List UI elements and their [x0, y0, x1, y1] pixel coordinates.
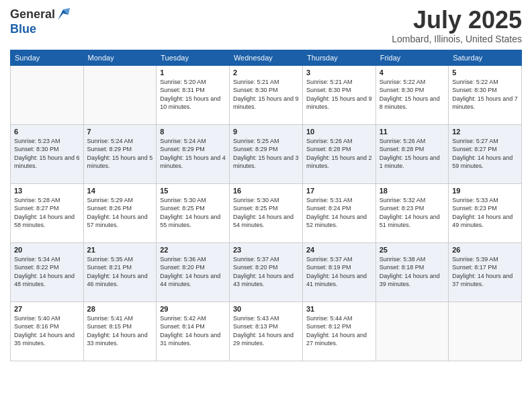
table-row: 22Sunrise: 5:36 AMSunset: 8:20 PMDayligh…	[157, 242, 230, 302]
daylight-text: Daylight: 14 hours and 41 minutes.	[306, 272, 372, 289]
sunset-text: Sunset: 8:28 PM	[306, 145, 372, 154]
table-row: 28Sunrise: 5:41 AMSunset: 8:15 PMDayligh…	[83, 302, 157, 361]
table-row: 29Sunrise: 5:42 AMSunset: 8:14 PMDayligh…	[157, 302, 230, 361]
daylight-text: Daylight: 14 hours and 52 minutes.	[306, 213, 372, 230]
sunset-text: Sunset: 8:24 PM	[306, 204, 372, 213]
sunrise-text: Sunrise: 5:24 AM	[160, 137, 226, 146]
table-row: 2Sunrise: 5:21 AMSunset: 8:30 PMDaylight…	[229, 65, 302, 124]
daylight-text: Daylight: 15 hours and 4 minutes.	[160, 154, 226, 171]
day-number: 27	[14, 305, 80, 313]
logo-general: General	[10, 8, 55, 21]
day-number: 30	[233, 305, 299, 313]
daylight-text: Daylight: 14 hours and 33 minutes.	[87, 331, 153, 348]
day-number: 8	[160, 128, 226, 136]
day-info: Sunrise: 5:41 AMSunset: 8:15 PMDaylight:…	[87, 314, 153, 348]
day-info: Sunrise: 5:28 AMSunset: 8:27 PMDaylight:…	[14, 196, 80, 230]
table-row	[11, 65, 84, 124]
day-number: 15	[160, 187, 226, 195]
day-number: 23	[233, 246, 299, 254]
daylight-text: Daylight: 14 hours and 39 minutes.	[380, 272, 445, 289]
table-row: 14Sunrise: 5:29 AMSunset: 8:26 PMDayligh…	[83, 183, 157, 242]
sunset-text: Sunset: 8:26 PM	[87, 204, 153, 213]
day-number: 22	[160, 246, 226, 254]
day-number: 31	[306, 305, 372, 313]
day-info: Sunrise: 5:40 AMSunset: 8:16 PMDaylight:…	[14, 314, 80, 348]
day-number: 6	[14, 128, 80, 136]
sunrise-text: Sunrise: 5:27 AM	[452, 137, 518, 146]
sunrise-text: Sunrise: 5:36 AM	[160, 255, 226, 264]
sunset-text: Sunset: 8:30 PM	[233, 86, 299, 95]
sunset-text: Sunset: 8:29 PM	[233, 145, 299, 154]
day-number: 29	[160, 305, 226, 313]
day-info: Sunrise: 5:27 AMSunset: 8:27 PMDaylight:…	[452, 137, 518, 171]
day-info: Sunrise: 5:20 AMSunset: 8:31 PMDaylight:…	[160, 78, 226, 111]
day-info: Sunrise: 5:37 AMSunset: 8:20 PMDaylight:…	[233, 255, 299, 289]
sunset-text: Sunset: 8:12 PM	[306, 322, 372, 331]
day-info: Sunrise: 5:22 AMSunset: 8:30 PMDaylight:…	[452, 78, 518, 111]
day-number: 13	[14, 187, 80, 195]
daylight-text: Daylight: 15 hours and 5 minutes.	[87, 154, 153, 171]
table-row: 24Sunrise: 5:37 AMSunset: 8:19 PMDayligh…	[302, 242, 375, 302]
sunset-text: Sunset: 8:20 PM	[233, 263, 299, 272]
day-info: Sunrise: 5:44 AMSunset: 8:12 PMDaylight:…	[306, 314, 372, 348]
table-row: 1Sunrise: 5:20 AMSunset: 8:31 PMDaylight…	[157, 65, 230, 124]
daylight-text: Daylight: 15 hours and 1 minute.	[380, 154, 445, 171]
day-info: Sunrise: 5:21 AMSunset: 8:30 PMDaylight:…	[306, 78, 372, 111]
sunset-text: Sunset: 8:29 PM	[87, 145, 153, 154]
header: General Blue July 2025 Lombard, Illinois…	[10, 7, 522, 44]
sunset-text: Sunset: 8:31 PM	[160, 86, 226, 95]
day-info: Sunrise: 5:43 AMSunset: 8:13 PMDaylight:…	[233, 314, 299, 348]
col-sunday: Sunday	[11, 50, 84, 65]
table-row: 19Sunrise: 5:33 AMSunset: 8:23 PMDayligh…	[449, 183, 522, 242]
sunrise-text: Sunrise: 5:42 AM	[160, 314, 226, 323]
sunrise-text: Sunrise: 5:20 AM	[160, 78, 226, 87]
sunset-text: Sunset: 8:25 PM	[160, 204, 226, 213]
day-number: 24	[306, 246, 372, 254]
sunrise-text: Sunrise: 5:29 AM	[87, 196, 153, 205]
sunrise-text: Sunrise: 5:22 AM	[452, 78, 518, 87]
sunset-text: Sunset: 8:15 PM	[87, 322, 153, 331]
day-info: Sunrise: 5:32 AMSunset: 8:23 PMDaylight:…	[380, 196, 445, 230]
col-tuesday: Tuesday	[157, 50, 230, 65]
sunset-text: Sunset: 8:27 PM	[14, 204, 80, 213]
day-number: 10	[306, 128, 372, 136]
day-info: Sunrise: 5:42 AMSunset: 8:14 PMDaylight:…	[160, 314, 226, 348]
sunrise-text: Sunrise: 5:28 AM	[14, 196, 80, 205]
table-row: 13Sunrise: 5:28 AMSunset: 8:27 PMDayligh…	[11, 183, 84, 242]
sunset-text: Sunset: 8:29 PM	[160, 145, 226, 154]
calendar-week-row: 1Sunrise: 5:20 AMSunset: 8:31 PMDaylight…	[11, 65, 522, 124]
sunset-text: Sunset: 8:30 PM	[306, 86, 372, 95]
sunrise-text: Sunrise: 5:21 AM	[233, 78, 299, 87]
calendar-table: Sunday Monday Tuesday Wednesday Thursday…	[10, 50, 522, 361]
sunset-text: Sunset: 8:20 PM	[160, 263, 226, 272]
col-thursday: Thursday	[302, 50, 375, 65]
day-number: 2	[233, 68, 299, 77]
sunrise-text: Sunrise: 5:38 AM	[380, 255, 445, 264]
table-row: 31Sunrise: 5:44 AMSunset: 8:12 PMDayligh…	[302, 302, 375, 361]
sunset-text: Sunset: 8:21 PM	[87, 263, 153, 272]
table-row: 11Sunrise: 5:26 AMSunset: 8:28 PMDayligh…	[375, 124, 448, 183]
sunrise-text: Sunrise: 5:41 AM	[87, 314, 153, 323]
table-row: 21Sunrise: 5:35 AMSunset: 8:21 PMDayligh…	[83, 242, 157, 302]
day-number: 4	[380, 68, 445, 77]
sunrise-text: Sunrise: 5:37 AM	[233, 255, 299, 264]
table-row: 8Sunrise: 5:24 AMSunset: 8:29 PMDaylight…	[157, 124, 230, 183]
table-row: 15Sunrise: 5:30 AMSunset: 8:25 PMDayligh…	[157, 183, 230, 242]
day-number: 25	[380, 246, 445, 254]
sunrise-text: Sunrise: 5:30 AM	[233, 196, 299, 205]
table-row: 23Sunrise: 5:37 AMSunset: 8:20 PMDayligh…	[229, 242, 302, 302]
table-row: 4Sunrise: 5:22 AMSunset: 8:30 PMDaylight…	[375, 65, 448, 124]
day-info: Sunrise: 5:30 AMSunset: 8:25 PMDaylight:…	[160, 196, 226, 230]
sunrise-text: Sunrise: 5:40 AM	[14, 314, 80, 323]
day-info: Sunrise: 5:30 AMSunset: 8:25 PMDaylight:…	[233, 196, 299, 230]
daylight-text: Daylight: 14 hours and 29 minutes.	[233, 331, 299, 348]
day-info: Sunrise: 5:35 AMSunset: 8:21 PMDaylight:…	[87, 255, 153, 289]
sunset-text: Sunset: 8:23 PM	[452, 204, 518, 213]
table-row: 12Sunrise: 5:27 AMSunset: 8:27 PMDayligh…	[449, 124, 522, 183]
daylight-text: Daylight: 15 hours and 9 minutes.	[306, 95, 372, 111]
sunrise-text: Sunrise: 5:23 AM	[14, 137, 80, 146]
logo-blue: Blue	[10, 23, 70, 36]
table-row: 27Sunrise: 5:40 AMSunset: 8:16 PMDayligh…	[11, 302, 84, 361]
daylight-text: Daylight: 14 hours and 57 minutes.	[87, 213, 153, 230]
daylight-text: Daylight: 14 hours and 35 minutes.	[14, 331, 80, 348]
